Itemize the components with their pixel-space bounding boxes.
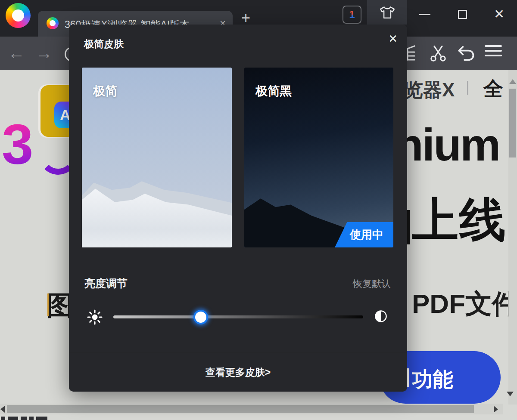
page-body-left-accent [47, 293, 49, 316]
undo-icon[interactable] [457, 45, 476, 62]
skin-card-light[interactable]: 极简 [82, 68, 232, 247]
badge-count: 1 [349, 9, 355, 21]
dialog-title: 极简皮肤 [84, 37, 124, 51]
scroll-down-arrow[interactable] [507, 392, 514, 396]
bottom-clipped-content [1, 417, 5, 420]
skin-card-dark[interactable]: 极简黑 使用中 [244, 68, 393, 247]
brightness-thumb[interactable] [193, 310, 208, 324]
browser-logo-icon[interactable] [6, 3, 31, 28]
scroll-left-arrow[interactable] [0, 406, 5, 413]
new-tab-button[interactable]: + [241, 10, 250, 26]
window-maximize-button[interactable] [458, 10, 467, 19]
brightness-label: 亮度调节 [84, 276, 128, 290]
dialog-footer: 查看更多皮肤> [69, 353, 407, 392]
page-header-divider [467, 81, 468, 95]
screenshot-scissors-icon[interactable] [429, 43, 448, 62]
in-use-badge: 使用中 [335, 222, 393, 247]
browser-window: 3 AI 览器X 全 nium 上线 图 PDF文件 功能 360极速X浏览器-… [0, 0, 517, 420]
skin-name: 极简黑 [255, 83, 292, 99]
tab-favicon-icon [47, 17, 59, 29]
bottom-clipped-content [8, 417, 18, 420]
tshirt-icon [379, 5, 396, 20]
cta-label: 功能 [412, 366, 453, 393]
page-headline-chromium-fragment: nium [396, 120, 499, 170]
forward-icon[interactable]: → [35, 37, 53, 70]
menu-icon[interactable] [485, 45, 502, 56]
notification-badge-button[interactable]: 1 [343, 6, 361, 24]
bottom-clipped-content [29, 417, 34, 420]
more-skins-link[interactable]: 查看更多皮肤> [206, 366, 271, 379]
brightness-high-contrast-icon [374, 309, 388, 323]
bottom-clipped-content [36, 417, 47, 420]
page-header-menu-fragment[interactable]: 全 [483, 76, 503, 102]
vertical-scrollbar-thumb[interactable] [509, 89, 516, 158]
page-header-fragment: 览器X [404, 77, 455, 103]
page-big-360-fragment: 3 [2, 116, 33, 173]
dialog-close-icon[interactable]: ✕ [388, 32, 398, 45]
horizontal-scrollbar-thumb[interactable] [7, 405, 474, 413]
brightness-slider-track[interactable] [113, 315, 363, 318]
bottom-clipped-content [21, 417, 27, 420]
page-headline-launch-fragment: 上线 [412, 195, 507, 246]
page-body-pdf-fragment: PDF文件 [412, 286, 517, 322]
window-close-button[interactable]: ✕ [494, 7, 505, 22]
skin-theme-button[interactable] [367, 0, 407, 25]
brightness-low-sun-icon [86, 309, 103, 326]
skin-name: 极简 [93, 83, 117, 99]
scroll-right-arrow[interactable] [494, 406, 498, 413]
window-minimize-button[interactable] [419, 14, 430, 15]
page-headline-cut-stroke [407, 210, 410, 244]
restore-default-link[interactable]: 恢复默认 [353, 278, 391, 290]
skin-dialog: 极简皮肤 ✕ 极简 极简黑 使用中 亮度调节 恢复默认 [69, 25, 407, 392]
back-icon[interactable]: ← [8, 37, 25, 70]
scroll-up-arrow[interactable] [509, 79, 516, 84]
